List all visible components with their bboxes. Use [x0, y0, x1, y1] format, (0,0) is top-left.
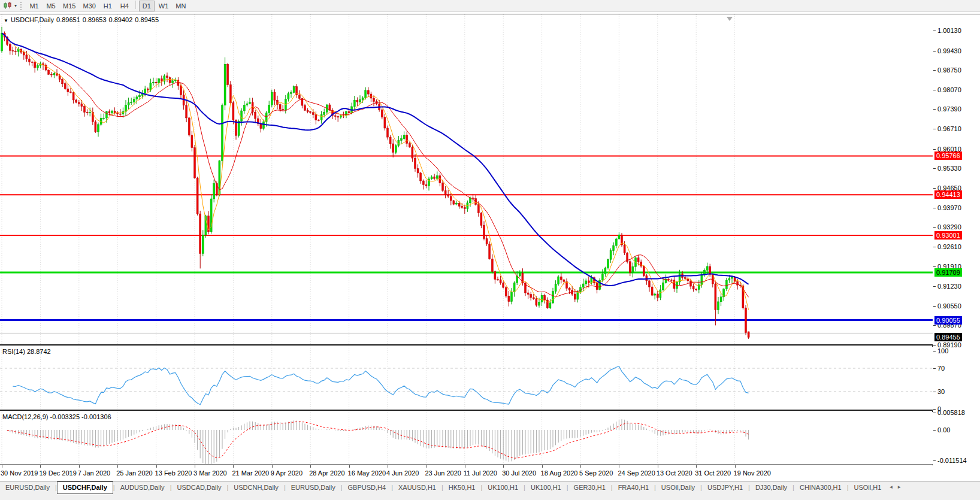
axis-tick-label: 0.93290 [937, 223, 961, 231]
date-tick-mark [40, 465, 41, 468]
timeframe-button-M1[interactable]: M1 [26, 1, 42, 11]
price-level-label: 0.91709 [934, 268, 962, 277]
axis-tick-mark [933, 129, 936, 129]
timeframe-button-D1[interactable]: D1 [139, 1, 155, 11]
tab-scroll-right-icon[interactable]: ► [895, 481, 903, 490]
axis-tick-mark [933, 325, 936, 326]
rsi-canvas[interactable] [0, 347, 933, 411]
toolbar-drag-handle[interactable] [20, 2, 23, 10]
price-level-label: 0.89455 [934, 333, 962, 341]
timeframe-button-H4[interactable]: H4 [117, 1, 132, 11]
timeframe-button-M30[interactable]: M30 [80, 1, 98, 11]
date-label: 30 Jul 2020 [502, 469, 536, 477]
chart-tab-UK100-H1[interactable]: UK100,H1 [482, 482, 524, 493]
date-tick-mark [465, 465, 465, 468]
date-tick-mark [619, 465, 619, 468]
date-label: 24 Sep 2020 [618, 469, 655, 477]
chart-tab-bar: EURUSD,Daily|USDCHF,Daily|AUDUSD,Daily|U… [0, 481, 980, 500]
chart-window: ▼USDCHF,Daily0.896510.896530.894020.8945… [0, 14, 980, 481]
chart-tab-CHINA300-H1[interactable]: CHINA300,H1 [794, 482, 847, 493]
date-label: 31 Oct 2020 [695, 469, 731, 477]
axis-tick-mark [933, 409, 936, 410]
chart-type-icon[interactable] [1, 1, 14, 11]
tab-scroll-left-icon[interactable]: ◄ [887, 481, 895, 490]
date-label: 4 Jun 2020 [386, 469, 419, 477]
axis-tick-label: 1.00130 [937, 27, 961, 35]
chart-tab-USOil-Daily[interactable]: USOil,Daily [656, 482, 700, 493]
axis-tick-label: 0.005818 [937, 409, 965, 417]
axis-tick-mark [933, 413, 936, 413]
date-label: 28 Apr 2020 [309, 469, 344, 477]
timeframe-button-H1[interactable]: H1 [100, 1, 116, 11]
axis-tick-mark [933, 286, 936, 287]
chart-tab-USDCHF-Daily[interactable]: USDCHF,Daily [57, 481, 113, 494]
chart-tab-FRA40-H1[interactable]: FRA40,H1 [613, 482, 654, 493]
price-scale[interactable]: 1.001300.994300.987500.980700.973900.967… [933, 14, 980, 481]
axis-tick-label: 0.93970 [937, 204, 961, 212]
axis-tick-label: 0.98070 [937, 86, 961, 94]
date-label: 13 Oct 2020 [657, 469, 692, 477]
chart-tab-UK100-H1[interactable]: UK100,H1 [525, 482, 567, 493]
chart-symbol-label: USDCHF,Daily [11, 16, 54, 23]
price-chart-panel: ▼USDCHF,Daily0.896510.896530.894020.8945… [0, 14, 933, 346]
chart-shift-marker[interactable] [727, 17, 733, 21]
date-tick-mark [233, 465, 234, 468]
date-label: 19 Dec 2019 [39, 469, 76, 477]
date-tick-mark [735, 465, 736, 468]
chart-tab-USDJPY-H1[interactable]: USDJPY,H1 [702, 482, 748, 493]
chart-tab-AUDUSD-Daily[interactable]: AUDUSD,Daily [115, 482, 170, 493]
axis-tick-mark [933, 430, 936, 431]
ohlc-close: 0.89455 [135, 16, 159, 23]
macd-canvas[interactable] [0, 412, 933, 465]
chart-tab-USDCAD-Daily[interactable]: USDCAD,Daily [171, 482, 226, 493]
chart-tab-EURUSD-Daily[interactable]: EURUSD,Daily [286, 482, 341, 493]
timeframe-button-W1[interactable]: W1 [156, 1, 172, 11]
chart-tab-USDCNH-Daily[interactable]: USDCNH,Daily [228, 482, 284, 493]
date-tick-mark [117, 465, 118, 468]
ohlc-low: 0.89402 [109, 16, 133, 23]
chart-menu-caret-icon[interactable]: ▼ [4, 18, 8, 23]
axis-tick-label: 30 [937, 388, 945, 396]
ohlc-high: 0.89653 [83, 16, 107, 23]
date-label: 23 Jun 2020 [425, 469, 461, 477]
timeframe-toolbar: ▾ M1M5M15M30H1H4D1W1MN [0, 0, 980, 12]
axis-tick-mark [933, 31, 936, 31]
price-chart-canvas[interactable] [0, 14, 933, 346]
chart-tab-HK50-H1[interactable]: HK50,H1 [443, 482, 481, 493]
date-label: 18 Aug 2020 [541, 469, 578, 477]
price-level-label: 0.93001 [934, 231, 962, 240]
date-tick-mark [696, 465, 697, 468]
chart-tab-DJ30-Daily[interactable]: DJ30,Daily [750, 482, 793, 493]
ohlc-open: 0.89651 [56, 16, 80, 23]
time-scale[interactable]: 30 Nov 201919 Dec 20197 Jan 202025 Jan 2… [0, 465, 933, 481]
chart-tab-EURUSD-Daily[interactable]: EURUSD,Daily [0, 482, 55, 493]
date-tick-mark [349, 465, 350, 468]
timeframe-button-MN[interactable]: MN [173, 1, 189, 11]
date-tick-mark [388, 465, 388, 468]
date-label: 9 Apr 2020 [271, 469, 303, 477]
timeframe-button-M15[interactable]: M15 [60, 1, 78, 11]
axis-tick-label: 0.95330 [937, 165, 961, 172]
axis-tick-mark [933, 368, 936, 369]
axis-tick-label: 0.00 [937, 426, 950, 434]
chevron-down-icon[interactable]: ▾ [14, 3, 17, 8]
axis-tick-label: 0.91230 [937, 283, 961, 290]
chart-tab-USOil-H1[interactable]: USOil,H1 [849, 482, 887, 493]
candlestick-chart-icon [4, 2, 12, 10]
date-label: 30 Nov 2019 [1, 469, 38, 477]
axis-tick-mark [933, 70, 936, 71]
date-tick-mark [2, 465, 2, 468]
axis-tick-mark [933, 266, 936, 267]
timeframe-button-M5[interactable]: M5 [43, 1, 59, 11]
date-tick-mark [542, 465, 543, 468]
chart-tab-GBPUSD-H4[interactable]: GBPUSD,H4 [343, 482, 392, 493]
chart-tab-GER30-H1[interactable]: GER30,H1 [568, 482, 611, 493]
date-tick-mark [156, 465, 157, 468]
axis-tick-mark [933, 227, 936, 228]
chart-tab-XAUUSD-H1[interactable]: XAUUSD,H1 [393, 482, 441, 493]
axis-tick-label: 70 [937, 365, 945, 372]
date-tick-mark [503, 465, 504, 468]
date-tick-mark [272, 465, 273, 468]
axis-tick-mark [933, 149, 936, 150]
rsi-label: RSI(14) 28.8742 [2, 348, 51, 355]
